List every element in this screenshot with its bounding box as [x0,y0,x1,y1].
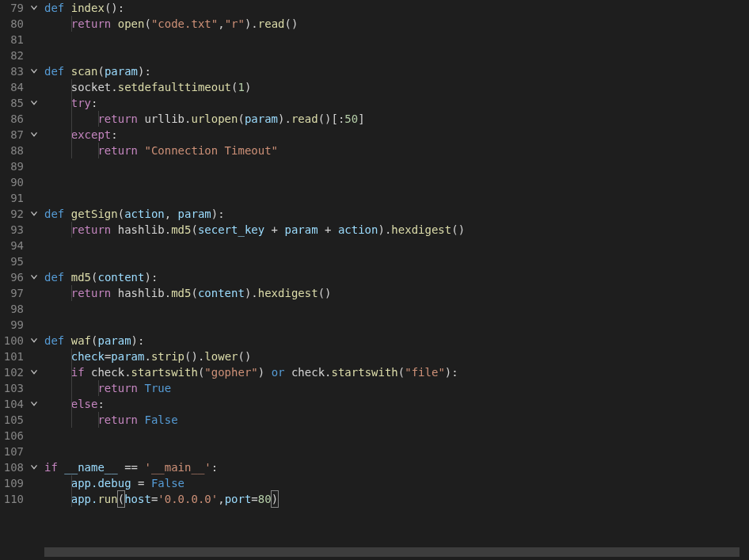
line-number: 92 [0,206,24,222]
code-line[interactable]: return False [44,412,749,428]
code-editor[interactable]: 7980818283848586878889909192939495969798… [0,0,749,560]
line-number-gutter: 7980818283848586878889909192939495969798… [0,0,27,560]
line-number: 96 [0,269,24,285]
horizontal-scrollbar[interactable] [44,547,739,557]
line-number: 91 [0,190,24,206]
code-line[interactable] [44,32,749,48]
line-number: 90 [0,174,24,190]
code-line[interactable]: def getSign(action, param): [44,206,749,222]
line-number: 85 [0,95,24,111]
fold-toggle-icon[interactable] [29,367,40,378]
code-line[interactable]: check=param.strip().lower() [44,349,749,364]
line-number: 82 [0,48,24,63]
fold-toggle-icon[interactable] [29,97,40,109]
fold-toggle-icon[interactable] [29,66,40,77]
line-number: 94 [0,238,24,253]
code-line[interactable] [44,158,749,174]
code-line[interactable] [44,238,749,253]
line-number: 98 [0,301,24,317]
code-line[interactable]: return "Connection Timeout" [44,143,749,158]
indent-guide [98,412,99,428]
code-line[interactable]: def index(): [44,0,749,16]
horizontal-scrollbar-thumb[interactable] [44,547,739,557]
line-number: 108 [0,459,24,475]
code-line[interactable] [44,444,749,459]
line-number: 79 [0,0,24,16]
code-line[interactable]: if __name__ == '__main__': [44,459,749,475]
fold-toggle-icon[interactable] [29,398,40,410]
code-line[interactable] [44,317,749,333]
code-line[interactable]: if check.startswith("gopher") or check.s… [44,364,749,380]
fold-column[interactable] [27,0,44,560]
line-number: 88 [0,143,24,158]
line-number: 105 [0,412,24,428]
fold-toggle-icon[interactable] [29,335,40,346]
vertical-scrollbar[interactable] [739,0,749,560]
code-line[interactable]: def scan(param): [44,63,749,79]
line-number: 102 [0,364,24,380]
fold-toggle-icon[interactable] [29,272,40,283]
code-line[interactable]: return urllib.urlopen(param).read()[:50] [44,111,749,127]
indent-guide [71,222,72,238]
code-line[interactable] [44,253,749,269]
code-line[interactable]: return True [44,380,749,396]
line-number: 84 [0,79,24,95]
indent-guide [98,143,99,158]
code-line[interactable]: def waf(param): [44,333,749,349]
line-number: 99 [0,317,24,333]
code-line[interactable]: app.debug = False [44,475,749,491]
line-number: 95 [0,253,24,269]
code-line[interactable]: app.run(host='0.0.0.0',port=80) [44,491,749,507]
line-number: 100 [0,333,24,349]
fold-toggle-icon[interactable] [29,462,40,473]
code-line[interactable]: return hashlib.md5(secert_key + param + … [44,222,749,238]
code-area[interactable]: def index(): return open("code.txt","r")… [44,0,749,560]
line-number: 87 [0,127,24,143]
fold-toggle-icon[interactable] [29,2,40,13]
indent-guide [71,16,72,32]
indent-guide [71,285,72,301]
code-line[interactable]: try: [44,95,749,111]
line-number: 110 [0,491,24,507]
indent-guide [71,79,72,158]
code-line[interactable] [44,174,749,190]
line-number: 109 [0,475,24,491]
line-number: 103 [0,380,24,396]
line-number: 81 [0,32,24,48]
line-number: 93 [0,222,24,238]
code-line[interactable] [44,190,749,206]
line-number: 101 [0,349,24,364]
code-line[interactable]: def md5(content): [44,269,749,285]
code-line[interactable] [44,48,749,63]
code-line[interactable]: else: [44,396,749,412]
code-line[interactable]: return hashlib.md5(content).hexdigest() [44,285,749,301]
fold-toggle-icon[interactable] [29,208,40,219]
indent-guide [98,380,99,396]
fold-toggle-icon[interactable] [29,129,40,140]
line-number: 97 [0,285,24,301]
indent-guide [98,111,99,127]
indent-guide [71,475,72,507]
line-number: 86 [0,111,24,127]
code-line[interactable] [44,301,749,317]
line-number: 106 [0,428,24,444]
code-line[interactable]: except: [44,127,749,143]
line-number: 107 [0,444,24,459]
code-line[interactable] [44,428,749,444]
line-number: 104 [0,396,24,412]
line-number: 83 [0,63,24,79]
code-line[interactable]: socket.setdefaulttimeout(1) [44,79,749,95]
line-number: 89 [0,158,24,174]
line-number: 80 [0,16,24,32]
indent-guide [71,349,72,428]
code-line[interactable]: return open("code.txt","r").read() [44,16,749,32]
